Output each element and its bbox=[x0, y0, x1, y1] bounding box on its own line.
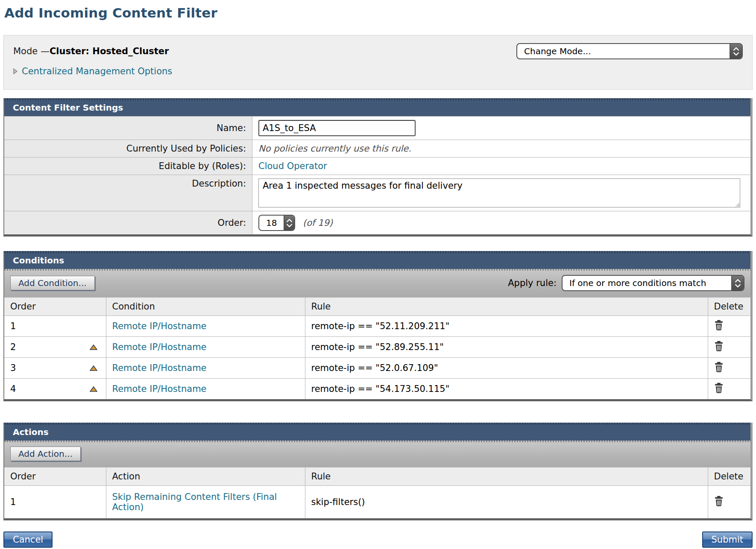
delete-condition-button[interactable] bbox=[714, 320, 724, 330]
actions-col-delete: Delete bbox=[708, 467, 750, 486]
mode-text: Mode —Cluster: Hosted_Cluster bbox=[13, 46, 169, 56]
add-condition-button[interactable]: Add Condition... bbox=[10, 276, 95, 290]
action-row: 1 Skip Remaining Content Filters (Final … bbox=[4, 486, 750, 519]
policies-row: Currently Used by Policies: No policies … bbox=[4, 140, 750, 157]
condition-order: 2 bbox=[10, 342, 16, 352]
name-input[interactable] bbox=[258, 120, 416, 136]
conditions-col-order: Order bbox=[4, 298, 106, 316]
trash-icon bbox=[714, 496, 724, 506]
conditions-col-condition: Condition bbox=[106, 298, 305, 316]
condition-order: 4 bbox=[10, 384, 16, 394]
name-label: Name: bbox=[4, 117, 252, 140]
trash-icon bbox=[714, 362, 724, 372]
editable-row: Editable by (Roles): Cloud Operator bbox=[4, 157, 750, 175]
actions-header: Actions bbox=[4, 423, 750, 441]
mode-dash: — bbox=[41, 46, 50, 56]
apply-rule-select-value: If one or more conditions match bbox=[563, 276, 731, 290]
condition-link[interactable]: Remote IP/Hostname bbox=[112, 342, 207, 352]
actions-toolbar: Add Action... bbox=[4, 441, 750, 467]
select-stepper[interactable] bbox=[730, 44, 742, 58]
add-action-button[interactable]: Add Action... bbox=[10, 447, 81, 461]
condition-link[interactable]: Remote IP/Hostname bbox=[112, 384, 207, 394]
settings-header: Content Filter Settings bbox=[4, 98, 750, 116]
order-label: Order: bbox=[4, 211, 252, 234]
trash-icon bbox=[714, 383, 724, 393]
chevron-down-icon bbox=[286, 224, 293, 227]
description-row: Description: Area 1 inspected messages f… bbox=[4, 175, 750, 211]
page-title: Add Incoming Content Filter bbox=[4, 5, 753, 20]
description-textarea[interactable]: Area 1 inspected messages for final deli… bbox=[258, 178, 740, 207]
condition-rule: remote-ip == "52.89.255.11" bbox=[305, 337, 708, 358]
conditions-toolbar: Add Condition... Apply rule: If one or m… bbox=[4, 269, 750, 297]
actions-col-action: Action bbox=[106, 467, 305, 486]
order-select[interactable]: 18 bbox=[258, 215, 295, 231]
condition-order: 1 bbox=[10, 321, 16, 331]
order-row: Order: 18 (of 19) bbox=[4, 211, 750, 234]
disclosure-triangle-icon[interactable] bbox=[13, 68, 18, 74]
trash-icon bbox=[714, 320, 724, 330]
content-filter-settings-panel: Content Filter Settings Name: Currently … bbox=[3, 98, 753, 237]
actions-col-rule: Rule bbox=[305, 467, 708, 486]
change-mode-select[interactable]: Change Mode... bbox=[516, 43, 743, 59]
description-label: Description: bbox=[4, 175, 252, 211]
chevron-up-icon bbox=[733, 47, 739, 51]
apply-rule-label: Apply rule: bbox=[508, 278, 557, 288]
page: Add Incoming Content Filter Mode —Cluste… bbox=[0, 0, 756, 549]
order-total: (of 19) bbox=[303, 218, 333, 228]
chevron-down-icon bbox=[735, 284, 741, 287]
name-row: Name: bbox=[4, 116, 750, 140]
mode-panel: Mode —Cluster: Hosted_Cluster Change Mod… bbox=[3, 35, 753, 90]
centralized-management-options-link[interactable]: Centralized Management Options bbox=[22, 66, 172, 76]
chevron-up-icon bbox=[286, 219, 293, 222]
chevron-up-icon bbox=[735, 279, 741, 283]
actions-panel: Actions Add Action... Order Action Rule … bbox=[3, 423, 753, 520]
chevron-down-icon bbox=[733, 52, 739, 55]
condition-link[interactable]: Remote IP/Hostname bbox=[112, 321, 207, 331]
select-stepper[interactable] bbox=[284, 216, 294, 230]
condition-row: 2 Remote IP/Hostname remote-ip == "52.89… bbox=[4, 337, 750, 358]
condition-rule: remote-ip == "52.0.67.109" bbox=[305, 358, 708, 379]
editable-label: Editable by (Roles): bbox=[4, 158, 252, 175]
delete-condition-button[interactable] bbox=[714, 383, 724, 393]
condition-row: 3 Remote IP/Hostname remote-ip == "52.0.… bbox=[4, 358, 750, 379]
resize-grip-icon[interactable] bbox=[735, 202, 739, 207]
actions-col-order: Order bbox=[4, 467, 106, 486]
apply-rule-select[interactable]: If one or more conditions match bbox=[562, 275, 744, 291]
submit-button[interactable]: Submit bbox=[702, 531, 753, 548]
mode-value: Cluster: Hosted_Cluster bbox=[50, 46, 169, 56]
order-select-value: 18 bbox=[259, 216, 284, 230]
delete-condition-button[interactable] bbox=[714, 362, 724, 372]
actions-table: Order Action Rule Delete 1 Skip Remainin… bbox=[4, 467, 750, 518]
condition-row: 4 Remote IP/Hostname remote-ip == "54.17… bbox=[4, 379, 750, 400]
mode-label: Mode bbox=[13, 46, 41, 56]
conditions-panel: Conditions Add Condition... Apply rule: … bbox=[3, 251, 753, 401]
cloud-operator-link[interactable]: Cloud Operator bbox=[258, 161, 327, 171]
move-up-arrow-icon[interactable] bbox=[90, 386, 97, 392]
select-stepper[interactable] bbox=[731, 276, 744, 290]
trash-icon bbox=[714, 341, 724, 351]
condition-row: 1 Remote IP/Hostname remote-ip == "52.11… bbox=[4, 316, 750, 337]
change-mode-select-value: Change Mode... bbox=[517, 44, 730, 58]
conditions-table: Order Condition Rule Delete 1 Remote IP/… bbox=[4, 297, 750, 399]
condition-order: 3 bbox=[10, 363, 16, 373]
move-up-arrow-icon[interactable] bbox=[90, 365, 97, 371]
action-link[interactable]: Skip Remaining Content Filters (Final Ac… bbox=[112, 492, 283, 512]
policies-value: No policies currently use this rule. bbox=[258, 143, 411, 154]
cancel-button[interactable]: Cancel bbox=[3, 531, 53, 548]
condition-rule: remote-ip == "52.11.209.211" bbox=[305, 316, 708, 337]
move-up-arrow-icon[interactable] bbox=[90, 345, 97, 350]
action-rule: skip-filters() bbox=[305, 486, 708, 519]
footer: Cancel Submit bbox=[3, 531, 753, 548]
condition-link[interactable]: Remote IP/Hostname bbox=[112, 363, 207, 373]
action-order: 1 bbox=[10, 497, 16, 507]
policies-label: Currently Used by Policies: bbox=[4, 140, 252, 157]
conditions-header: Conditions bbox=[4, 251, 750, 269]
conditions-col-delete: Delete bbox=[708, 298, 750, 316]
delete-condition-button[interactable] bbox=[714, 341, 724, 351]
delete-action-button[interactable] bbox=[714, 496, 724, 506]
conditions-col-rule: Rule bbox=[305, 298, 708, 316]
condition-rule: remote-ip == "54.173.50.115" bbox=[305, 379, 708, 400]
